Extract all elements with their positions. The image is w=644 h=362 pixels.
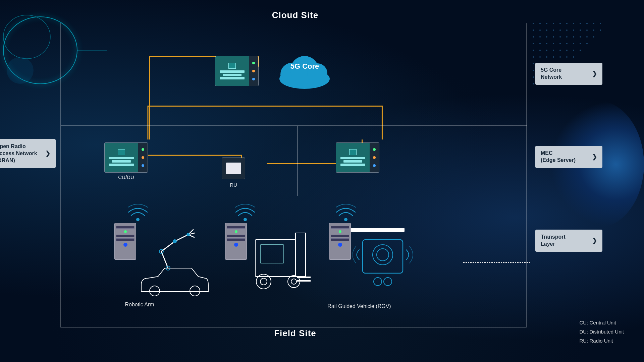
- ru-unit: [222, 158, 245, 179]
- panel-mec-arrow: ❯: [592, 153, 597, 161]
- svg-point-78: [136, 218, 140, 221]
- svg-point-7: [553, 23, 554, 24]
- panel-5g-core-network[interactable]: 5G Core Network ❯: [535, 63, 602, 85]
- svg-rect-93: [255, 240, 296, 277]
- svg-point-60: [533, 63, 534, 64]
- svg-point-92: [186, 233, 190, 236]
- svg-rect-97: [260, 245, 284, 263]
- svg-point-81: [150, 286, 160, 296]
- svg-point-9: [566, 23, 568, 24]
- svg-point-6: [546, 23, 547, 24]
- panel-5g-core-text: 5G Core Network: [541, 67, 562, 81]
- svg-point-33: [580, 36, 581, 38]
- robotic-arm: [138, 225, 212, 298]
- svg-point-5: [539, 23, 541, 24]
- svg-point-69: [533, 76, 534, 78]
- svg-point-59: [573, 56, 574, 58]
- svg-rect-94: [296, 233, 306, 277]
- divider-v: [297, 126, 298, 196]
- server-mec: [336, 142, 379, 173]
- panel-transport[interactable]: Transport Layer ❯: [535, 230, 602, 252]
- svg-point-99: [260, 278, 267, 285]
- main-diagram-box: 5G Core 5G Core Network ❯ Open Radio Acc…: [60, 23, 527, 328]
- wifi-right: [336, 203, 356, 221]
- svg-point-23: [586, 29, 588, 31]
- svg-point-34: [586, 36, 588, 38]
- svg-line-84: [161, 241, 175, 251]
- panel-oran-arrow: ❯: [45, 150, 50, 157]
- svg-point-55: [546, 56, 547, 58]
- svg-point-27: [539, 36, 541, 38]
- svg-point-12: [586, 23, 588, 24]
- svg-point-44: [586, 43, 588, 44]
- wifi-center: [235, 203, 255, 221]
- svg-point-22: [580, 29, 581, 31]
- svg-point-26: [533, 36, 534, 38]
- svg-point-37: [539, 43, 541, 44]
- diagram-container: Cloud Site: [60, 10, 530, 342]
- svg-point-65: [533, 70, 534, 71]
- svg-point-56: [553, 56, 554, 58]
- svg-point-4: [533, 23, 534, 24]
- svg-point-103: [373, 245, 393, 265]
- server-unit-cloud: [215, 56, 259, 86]
- svg-point-49: [559, 50, 561, 51]
- panel-mec-text: MEC (Edge Server): [541, 150, 576, 164]
- svg-point-41: [566, 43, 568, 44]
- svg-point-3: [7, 57, 34, 84]
- panel-mec[interactable]: MEC (Edge Server) ❯: [535, 146, 602, 168]
- server-cudu: [104, 142, 148, 173]
- svg-point-20: [566, 29, 568, 31]
- svg-point-10: [573, 23, 574, 24]
- forklift: [249, 220, 316, 297]
- svg-point-15: [533, 29, 534, 31]
- svg-point-18: [553, 29, 554, 31]
- svg-point-105: [374, 278, 382, 286]
- svg-point-16: [539, 29, 541, 31]
- device-center-box: [225, 223, 247, 260]
- svg-point-50: [566, 50, 568, 51]
- svg-point-40: [559, 43, 561, 44]
- svg-point-35: [593, 36, 594, 38]
- legend-cu: CU: Central Unit: [579, 318, 624, 327]
- ru-label: RU: [222, 182, 245, 188]
- robotic-arm-label: Robotic Arm: [94, 302, 185, 308]
- svg-point-51: [573, 50, 574, 51]
- legend-ru: RU: Radio Unit: [579, 336, 624, 345]
- title-field-site: Field Site: [60, 328, 530, 339]
- svg-point-32: [573, 36, 574, 38]
- panel-5g-core-arrow: ❯: [592, 70, 597, 77]
- svg-point-17: [546, 29, 547, 31]
- 5g-core-cloud: 5G Core: [279, 53, 331, 91]
- svg-point-24: [593, 29, 594, 31]
- transport-line: [463, 261, 530, 263]
- panel-oran[interactable]: Open Radio Access Network (ORAN) ❯: [0, 139, 56, 168]
- 5g-core-label: 5G Core: [279, 62, 331, 71]
- wifi-left: [128, 203, 148, 221]
- svg-point-11: [580, 23, 581, 24]
- section-cloud: 5G Core 5G Core Network ❯: [61, 36, 527, 126]
- rgv-robot: [353, 233, 416, 300]
- section-oran: Open Radio Access Network (ORAN) ❯: [61, 126, 527, 196]
- svg-point-46: [539, 50, 541, 51]
- svg-point-8: [559, 23, 561, 24]
- svg-point-1: [3, 15, 50, 59]
- svg-point-38: [546, 43, 547, 44]
- svg-point-58: [566, 56, 568, 58]
- svg-point-52: [580, 50, 581, 51]
- svg-point-91: [173, 239, 177, 243]
- svg-point-29: [553, 36, 554, 38]
- svg-rect-96: [297, 280, 311, 282]
- svg-point-31: [566, 36, 568, 38]
- svg-point-14: [600, 23, 601, 24]
- svg-point-106: [384, 278, 392, 286]
- rgv-label: Rail Guided Vehicle (RGV): [316, 303, 403, 309]
- section-field: Robotic Arm: [61, 196, 527, 340]
- legend-du: DU: Distributed Unit: [579, 327, 624, 336]
- svg-point-42: [573, 43, 574, 44]
- svg-point-39: [553, 43, 554, 44]
- svg-point-43: [580, 43, 581, 44]
- svg-point-21: [573, 29, 574, 31]
- svg-point-13: [593, 23, 594, 24]
- svg-point-54: [539, 56, 541, 58]
